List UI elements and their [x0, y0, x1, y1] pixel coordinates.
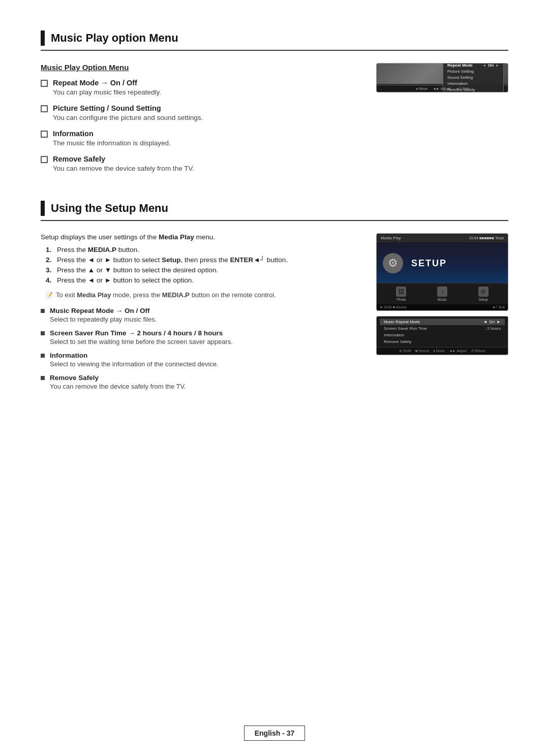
- option-information: Information The music file information i…: [41, 130, 361, 147]
- step-2: 2. Press the ◄ or ► button to select Set…: [46, 256, 361, 264]
- settings-info: Information: [380, 332, 505, 338]
- menu-information: Information: [447, 80, 499, 86]
- section1-subheading: Music Play Option Menu: [41, 63, 361, 72]
- bullet-desc-2: Select to set the waiting time before th…: [50, 338, 233, 345]
- section1: Music Play option Menu Music Play Option…: [41, 30, 508, 180]
- gear-icon: ⚙: [383, 253, 403, 273]
- checkbox-icon: [41, 80, 48, 87]
- setup-note: 📝 To exit Media Play mode, press the MED…: [41, 291, 361, 299]
- bullet-items: Music Repeat Mode → On / Off Select to r…: [41, 307, 361, 390]
- menu-picture-setting: Picture Setting: [447, 68, 499, 74]
- settings-screen-saver: Screen Saver Run Time : 2 hours: [380, 325, 505, 332]
- bullet-desc-1: Select to repeatedly play music files.: [50, 316, 157, 323]
- settings-screenshot: Music Repeat Mode ◄ On ► Screen Saver Ru…: [376, 316, 508, 355]
- section1-screenshot: Tools Repeat Mode ◄ On ► Picture Se: [376, 63, 508, 180]
- media-play-sum: SUM ■■■■■■ Total: [469, 236, 504, 240]
- heading-bar: [41, 30, 45, 46]
- media-play-icons: 🖼 Photo ♪ Music ⚙ Setup: [377, 283, 508, 304]
- bullet-music-repeat: Music Repeat Mode → On / Off Select to r…: [41, 307, 361, 323]
- menu-sound-setting: Sound Setting: [447, 74, 499, 80]
- option-title-4: Remove Safely: [53, 155, 194, 163]
- bullet-information: Information Select to viewing the inform…: [41, 352, 361, 368]
- setup-steps-list: 1. Press the MEDIA.P button. 2. Press th…: [46, 246, 361, 284]
- media-play-screenshot: Media Play SUM ■■■■■■ Total ⚙ SETUP 🖼 Ph…: [376, 233, 508, 311]
- square-bullet-1: [41, 309, 45, 313]
- setup-intro: Setup displays the user settings of the …: [41, 233, 361, 241]
- setup-label: SETUP: [411, 258, 447, 269]
- option-desc-1: You can play music files repeatedly.: [53, 88, 161, 96]
- media-play-footer: ⊕ SUM ■ Device ◄┘ Exit: [377, 304, 508, 310]
- settings-remove: Remove Safely: [380, 338, 505, 345]
- page-number: English - 37: [244, 726, 306, 741]
- option-desc-2: You can configure the picture and sound …: [53, 114, 203, 121]
- heading-bar-2: [41, 201, 45, 216]
- bullet-remove-safely: Remove Safely You can remove the device …: [41, 374, 361, 390]
- square-bullet-4: [41, 376, 45, 380]
- page-footer: English - 37: [0, 726, 549, 741]
- setup-icon-item: ⚙ Setup: [478, 287, 489, 301]
- step-3: 3. Press the ▲ or ▼ button to select the…: [46, 266, 361, 274]
- bullet-title-2: Screen Saver Run Time → 2 hours / 4 hour…: [50, 329, 233, 337]
- settings-footer: ⊕ SUM ■ Device ♦ Move ◄► Adjust ↺ Return: [377, 347, 508, 355]
- option-title-3: Information: [53, 130, 171, 138]
- checkbox-icon-3: [41, 131, 48, 138]
- bullet-title-4: Remove Safely: [50, 374, 186, 382]
- option-title-1: Repeat Mode → On / Off: [53, 79, 161, 87]
- option-picture-sound: Picture Setting / Sound Setting You can …: [41, 104, 361, 121]
- checkbox-icon-2: [41, 105, 48, 112]
- photo-label: Photo: [396, 298, 406, 301]
- photo-icon: 🖼: [396, 287, 406, 297]
- bullet-desc-3: Select to viewing the information of the…: [50, 360, 219, 368]
- media-play-header: Media Play SUM ■■■■■■ Total: [377, 234, 508, 242]
- setup-icon: ⚙: [478, 287, 489, 297]
- option-remove-safely: Remove Safely You can remove the device …: [41, 155, 361, 172]
- tv-background: Tools Repeat Mode ◄ On ► Picture Se: [377, 64, 508, 84]
- note-text: To exit Media Play mode, press the MEDIA…: [56, 291, 276, 299]
- section1-heading: Music Play option Menu: [41, 30, 508, 51]
- music-icon: ♪: [437, 287, 447, 297]
- option-title-2: Picture Setting / Sound Setting: [53, 104, 203, 112]
- section2-left: Setup displays the user settings of the …: [41, 233, 361, 396]
- option-desc-3: The music file information is displayed.: [53, 139, 171, 147]
- checkbox-icon-4: [41, 156, 48, 163]
- bullet-desc-4: You can remove the device safely from th…: [50, 383, 186, 390]
- section1-body: Music Play Option Menu Repeat Mode → On …: [41, 63, 508, 180]
- tools-menu-screenshot: Tools Repeat Mode ◄ On ► Picture Se: [376, 63, 508, 92]
- media-play-label: Media Play: [381, 236, 401, 240]
- section2: Using the Setup Menu Setup displays the …: [41, 201, 508, 396]
- bullet-screen-saver: Screen Saver Run Time → 2 hours / 4 hour…: [41, 329, 361, 345]
- music-icon-item: ♪ Music: [437, 287, 447, 301]
- tools-overlay: Tools Repeat Mode ◄ On ► Picture Se: [443, 63, 504, 92]
- section2-heading: Using the Setup Menu: [41, 201, 508, 221]
- music-label: Music: [438, 298, 447, 301]
- photo-icon-item: 🖼 Photo: [396, 287, 406, 301]
- square-bullet-3: [41, 354, 45, 358]
- menu-repeat-mode: Repeat Mode ◄ On ►: [447, 63, 499, 68]
- step-1: 1. Press the MEDIA.P button.: [46, 246, 361, 254]
- media-play-body: ⚙ SETUP: [377, 242, 508, 283]
- section2-title: Using the Setup Menu: [51, 202, 168, 215]
- square-bullet-2: [41, 331, 45, 335]
- bullet-title-3: Information: [50, 352, 219, 359]
- option-desc-4: You can remove the device safely from th…: [53, 165, 194, 172]
- step-4: 4. Press the ◄ or ► button to select the…: [46, 276, 361, 284]
- settings-music-repeat: Music Repeat Mode ◄ On ►: [380, 319, 505, 325]
- bullet-title-1: Music Repeat Mode → On / Off: [50, 307, 157, 314]
- option-repeat-mode: Repeat Mode → On / Off You can play musi…: [41, 79, 361, 96]
- section1-title: Music Play option Menu: [51, 32, 178, 45]
- section2-body: Setup displays the user settings of the …: [41, 233, 508, 396]
- settings-top: Music Repeat Mode ◄ On ► Screen Saver Ru…: [377, 317, 508, 347]
- setup-label-icon: Setup: [478, 298, 487, 301]
- section2-screenshots: Media Play SUM ■■■■■■ Total ⚙ SETUP 🖼 Ph…: [376, 233, 508, 396]
- section1-left: Music Play Option Menu Repeat Mode → On …: [41, 63, 361, 180]
